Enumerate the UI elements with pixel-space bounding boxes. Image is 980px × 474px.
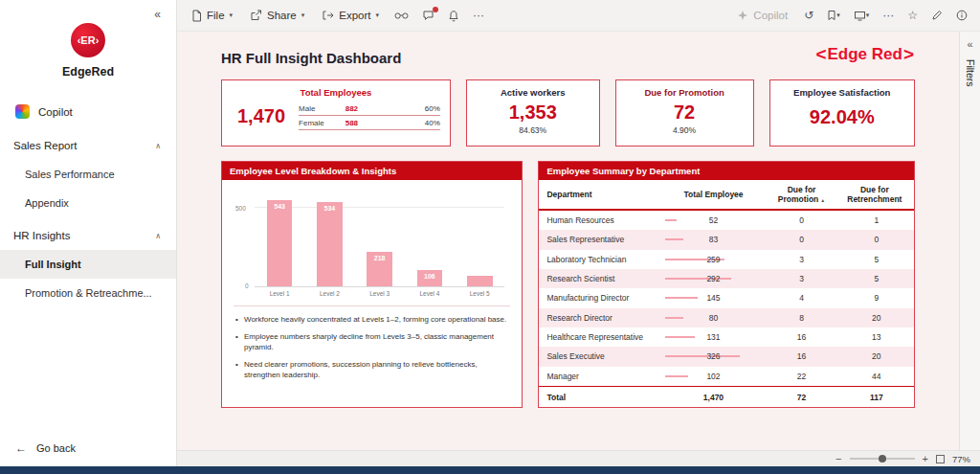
sidebar-section-hr-insights[interactable]: HR Insights ∧ [0, 221, 176, 250]
brand-text: Edge Red [827, 45, 902, 64]
copilot-icon [15, 104, 30, 119]
share-icon [250, 10, 262, 21]
x-label: Level 4 [409, 290, 451, 297]
go-back-button[interactable]: ← Go back [0, 432, 176, 466]
subscribe-alert-button[interactable] [441, 0, 466, 31]
table-row[interactable]: Research Scientist 292 3 5 [539, 269, 914, 288]
insight-item: Need clearer promotions, succession plan… [235, 359, 506, 381]
sidebar-section-sales-report[interactable]: Sales Report ∧ [0, 131, 176, 160]
kpi-title: Due for Promotion [626, 87, 744, 98]
table-row[interactable]: Laboratory Technician 259 3 5 [539, 250, 914, 269]
chevron-down-icon: ▾ [376, 11, 380, 19]
zoom-slider[interactable] [850, 458, 915, 460]
y-tick-0: 0 [245, 282, 249, 289]
bar-level-1[interactable]: 543 [267, 200, 293, 286]
page-title: HR Full Insight Dashboard [221, 44, 401, 66]
bracket-right: > [902, 44, 915, 65]
reset-icon: ↺ [804, 10, 813, 21]
chevron-down-icon: ▾ [301, 11, 305, 19]
zoom-out-button[interactable]: − [835, 453, 841, 464]
bookmarks-button[interactable]: ▾ [820, 10, 847, 21]
male-label: Male [299, 104, 331, 113]
chat-in-teams-button[interactable] [415, 0, 441, 31]
panel-title: Employee Level Breakdown & Insights [222, 162, 522, 180]
male-value: 882 [331, 104, 358, 113]
chevron-down-icon: ▾ [230, 11, 234, 19]
table-row[interactable]: Research Director 80 8 20 [539, 308, 914, 327]
share-menu-button[interactable]: Share ▾ [241, 0, 313, 31]
bar-level-3[interactable]: 218 [367, 252, 392, 286]
kpi-card-total-employees: Total Employees 1,470 Male 882 60% Femal… [221, 79, 451, 147]
kpi-value: 1,470 [232, 105, 285, 127]
chevron-down-icon: ▾ [866, 11, 870, 19]
info-icon [956, 10, 968, 21]
notification-badge [433, 7, 438, 12]
female-value: 588 [331, 119, 358, 127]
column-header-department[interactable]: Department [539, 190, 662, 199]
brand-name: EdgeRed [62, 65, 114, 79]
sidebar-item-copilot[interactable]: Copilot [0, 96, 176, 127]
chat-icon [422, 10, 434, 21]
edit-button[interactable] [924, 10, 949, 21]
section-label: HR Insights [13, 230, 70, 241]
column-header-total[interactable]: Total Employee [663, 190, 765, 199]
copilot-label: Copilot [38, 106, 73, 118]
sidebar-item-full-insight[interactable]: Full Insight [0, 250, 176, 279]
monitor-icon [854, 11, 866, 21]
column-header-retrenchment[interactable]: Due for Retrenchment [839, 185, 914, 204]
data-bar [665, 317, 683, 319]
insight-item: Employee numbers sharply decline from Le… [235, 331, 506, 353]
file-menu-button[interactable]: File ▾ [183, 0, 241, 31]
panels-row: Employee Level Breakdown & Insights 500 … [221, 161, 915, 408]
kpi-title: Active workers [477, 87, 590, 98]
x-label: Level 2 [308, 290, 350, 297]
table-row[interactable]: Manager 102 22 44 [539, 367, 914, 386]
toolbar-right-more-button[interactable]: ··· [876, 10, 901, 21]
sidebar-item-promotion-retrenchment[interactable]: Promotion & Retreachme... [0, 279, 176, 307]
info-button[interactable] [949, 10, 974, 21]
export-menu-button[interactable]: Export ▾ [313, 0, 388, 31]
table-row[interactable]: Manufacturing Director 145 4 9 [539, 288, 914, 307]
male-pct: 60% [358, 104, 440, 113]
edgered-wordmark: < Edge Red > [814, 44, 915, 65]
zoom-in-button[interactable]: + [923, 453, 928, 464]
insights-list: Workforce heavily concentrated at Levels… [234, 305, 510, 387]
bar-level-2[interactable]: 534 [317, 202, 343, 286]
filters-label[interactable]: Filters [965, 59, 976, 87]
kpi-card-satisfaction: Employee Satisfaction 92.04% [769, 79, 915, 147]
sidebar-collapse-icon[interactable]: « [0, 0, 176, 21]
table-row[interactable]: Healthcare Representative 131 16 13 [539, 327, 914, 347]
y-tick-500: 500 [235, 205, 246, 212]
table-row[interactable]: Sales Executive 326 16 20 [539, 347, 914, 366]
female-pct: 40% [358, 119, 440, 127]
sort-asc-icon: ▲ [820, 197, 825, 203]
reset-button[interactable]: ↺ [797, 10, 820, 21]
bookmark-icon [827, 10, 836, 21]
sidebar-item-sales-performance[interactable]: Sales Performance [0, 160, 176, 189]
toolbar-more-button[interactable]: ··· [466, 0, 491, 31]
filters-expand-icon[interactable]: « [967, 38, 972, 50]
favorite-button[interactable]: ☆ [901, 10, 924, 21]
kpi-value: 1,353 [477, 102, 590, 124]
bar-level-4[interactable]: 106 [417, 270, 443, 286]
star-icon: ☆ [907, 10, 918, 21]
x-label: Level 3 [358, 290, 400, 297]
data-bar [665, 278, 732, 280]
female-label: Female [299, 119, 331, 127]
chevron-down-icon: ▾ [836, 11, 840, 19]
sidebar-item-appendix[interactable]: Appendix [0, 189, 176, 217]
table-row[interactable]: Sales Representative 83 0 0 [539, 230, 914, 249]
data-bar [665, 336, 695, 338]
bar-level-5[interactable] [467, 276, 493, 286]
copilot-button[interactable]: Copilot [727, 10, 797, 21]
back-arrow-icon: ← [15, 441, 27, 455]
view-button[interactable]: ▾ [847, 11, 877, 21]
reading-view-button[interactable] [388, 0, 415, 31]
share-label: Share [267, 10, 297, 21]
navigation-sidebar: « ‹ER› EdgeRed Copilot Sales Report ∧ Sa… [0, 0, 177, 466]
column-header-promotion[interactable]: Due for Promotion▲ [764, 185, 838, 204]
edgered-logo: ‹ER› [71, 23, 105, 57]
zoom-slider-thumb[interactable] [879, 455, 886, 463]
fit-to-page-icon[interactable] [936, 455, 945, 463]
table-row[interactable]: Human Resources 52 0 1 [539, 211, 914, 230]
